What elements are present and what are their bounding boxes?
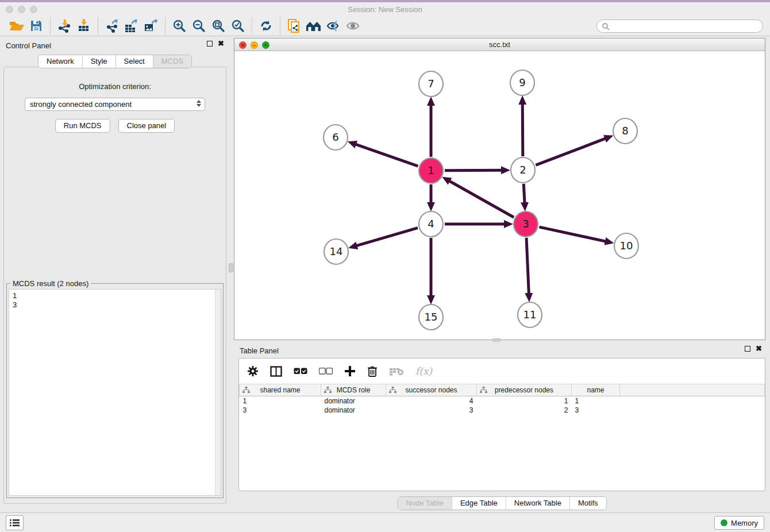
tab-motifs[interactable]: Motifs [569,497,606,510]
node-11[interactable]: 11 [518,302,542,327]
gear-icon[interactable] [247,365,259,377]
main-toolbar [0,16,770,36]
tab-select[interactable]: Select [116,55,153,68]
export-network-icon[interactable] [102,17,122,34]
network-canvas[interactable]: 7968124314101511 [234,51,765,340]
export-table-icon[interactable] [122,17,141,34]
tab-network-table[interactable]: Network Table [506,497,569,510]
add-column-icon[interactable] [344,365,356,377]
edge-4-14[interactable] [353,228,418,247]
tab-edge-table[interactable]: Edge Table [452,497,506,510]
criterion-select[interactable]: strongly connected component [25,98,205,111]
toolbar-separator [252,17,252,34]
zoom-in-icon[interactable] [170,17,189,34]
close-panel-icon[interactable]: ✖ [218,41,224,47]
network-window-titlebar[interactable]: ✕ – + scc.txt [234,38,765,51]
memory-button[interactable]: Memory [714,516,764,530]
column-header-name[interactable]: name [572,384,620,396]
svg-text:7: 7 [428,78,434,90]
node-table[interactable]: shared nameMCDS rolesuccessor nodesprede… [239,384,765,415]
table-panel: Table Panel ✖ [234,342,770,512]
network-window-title: scc.txt [234,40,765,49]
hide-selected-icon[interactable] [324,17,343,34]
table-row[interactable]: 1dominator411 [240,396,765,406]
edge-3-11[interactable] [526,238,529,298]
mcds-tab-content: Optimization criterion: strongly connect… [3,67,226,504]
edge-3-1[interactable] [446,179,514,217]
run-mcds-button[interactable]: Run MCDS [55,119,110,133]
column-header-predecessor-nodes[interactable]: predecessor nodes [477,384,572,396]
home-network-icon[interactable] [304,17,324,34]
svg-text:9: 9 [519,76,525,88]
control-panel-tabs: NetworkStyleSelectMCDS [38,55,192,68]
mcds-result-area[interactable]: 1 3 [9,289,221,496]
tab-style[interactable]: Style [82,55,116,68]
column-header-MCDS-role[interactable]: MCDS role [321,384,386,396]
task-history-button[interactable] [6,515,24,530]
node-4[interactable]: 4 [419,211,443,237]
svg-text:1: 1 [428,164,434,176]
tab-node-table[interactable]: Node Table [398,497,452,510]
edge-3-10[interactable] [539,227,609,242]
svg-text:4: 4 [428,218,434,230]
split-columns-icon[interactable] [270,366,282,377]
function-builder-icon: f(x) [415,365,432,377]
optimization-criterion-label: Optimization criterion: [4,82,226,91]
copy-network-icon[interactable] [284,17,304,34]
node-9[interactable]: 9 [510,70,534,95]
import-network-icon[interactable] [55,17,74,34]
vertical-splitter-grip[interactable] [229,263,233,272]
app-title: Session: New Session [0,5,770,14]
node-10[interactable]: 10 [614,233,638,259]
refresh-layout-icon[interactable] [256,17,276,34]
node-6[interactable]: 6 [324,125,348,150]
mcds-result-fieldset: MCDS result (2 nodes) 1 3 [6,283,224,498]
search-field[interactable] [596,20,763,33]
edge-1-6[interactable] [352,143,418,166]
svg-text:11: 11 [523,309,537,321]
toolbar-separator [98,17,98,34]
edge-1-2[interactable] [445,170,506,171]
tab-mcds[interactable]: MCDS [153,55,191,68]
zoom-fit-icon[interactable] [209,17,228,34]
edge-2-3[interactable] [523,184,525,207]
save-session-icon[interactable] [26,17,46,34]
column-header-successor-nodes[interactable]: successor nodes [386,384,477,396]
svg-text:8: 8 [622,125,628,137]
mcds-result-text: 1 3 [9,290,221,311]
mcds-result-title: MCDS result (2 nodes) [10,279,91,288]
zoom-out-icon[interactable] [189,17,209,34]
tab-network[interactable]: Network [38,55,82,68]
node-14[interactable]: 14 [324,239,348,264]
node-7[interactable]: 7 [419,71,443,97]
node-2[interactable]: 2 [511,157,535,183]
result-scrollbar[interactable] [215,290,221,495]
column-header-shared-name[interactable]: shared name [240,384,321,396]
node-8[interactable]: 8 [613,118,637,144]
delete-column-icon[interactable] [367,365,378,377]
export-image-icon[interactable] [141,17,161,34]
float-panel-icon[interactable] [207,41,213,47]
svg-text:14: 14 [330,245,343,257]
edge-2-9[interactable] [522,100,523,156]
close-panel-button[interactable]: Close panel [118,119,175,133]
float-table-panel-icon[interactable] [745,346,750,352]
close-table-panel-icon[interactable]: ✖ [756,346,762,352]
clear-selection-checkboxes-icon[interactable] [319,368,333,375]
list-icon [10,519,20,527]
table-row[interactable]: 3dominator323 [240,406,765,415]
zoom-selected-icon[interactable] [228,17,248,34]
node-table-container: f(x) shared nameMCDS rolesuccessor nodes… [238,358,765,491]
import-table-icon[interactable] [74,17,94,34]
open-session-icon[interactable] [7,17,26,34]
select-all-checkboxes-icon[interactable] [294,368,307,375]
control-panel-header: Control Panel ✖ [0,36,230,55]
edge-2-8[interactable] [536,137,609,165]
show-all-icon [343,17,363,34]
node-3[interactable]: 3 [514,211,538,237]
criterion-select-value: strongly connected component [30,100,132,109]
node-15[interactable]: 15 [419,304,443,330]
search-input[interactable] [610,21,763,32]
svg-text:6: 6 [332,131,338,143]
node-1[interactable]: 1 [419,158,443,183]
